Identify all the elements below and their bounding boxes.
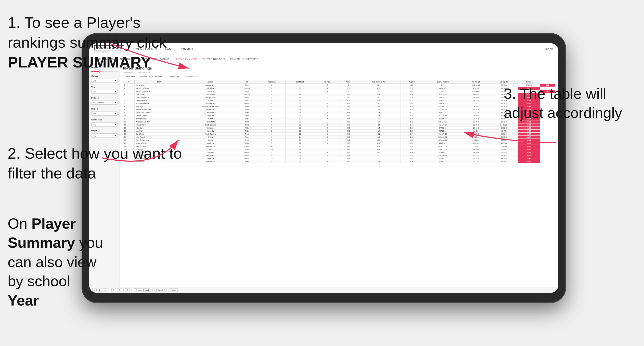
sub-nav-player-h2h-heatmap[interactable]: PLAYER H2H HEATMAP xyxy=(230,57,258,61)
col-vs-top25: Vs Top 25 xyxy=(462,80,490,84)
step3-text: 3. The table will adjust accordingly xyxy=(504,85,622,121)
toolbar-sep2 xyxy=(132,288,132,292)
instruction-right: 3. The table will adjust accordingly xyxy=(496,79,644,128)
toolbar-view-btn[interactable]: 👁 View: Original xyxy=(134,288,150,292)
toolbar-link-btn[interactable]: ⊕ ∽ xyxy=(117,288,124,292)
col-conf-rank: Conf Rank xyxy=(286,80,315,84)
watch-chevron: ▾ xyxy=(164,289,165,291)
share-icon: ↑ xyxy=(170,289,171,291)
col-yr: Yr xyxy=(236,80,258,84)
watch-icon: 👁 xyxy=(156,289,158,291)
toolbar-share-btn[interactable]: ↑ Share xyxy=(169,288,178,292)
bottom-toolbar: ◀ ▶ ⌂ ⊞ ⊕ ∽ ⏱ 👁 View: Original 👁 xyxy=(89,287,558,293)
toolbar-sep3 xyxy=(152,288,152,292)
col-reg-rank: Reg Rank xyxy=(258,80,286,84)
eye-icon: 👁 xyxy=(135,289,137,291)
sign-out-link[interactable]: | Sign out xyxy=(543,48,553,50)
col-overall-record: Overall Record xyxy=(423,80,462,84)
toolbar-clock-btn[interactable]: ⏱ xyxy=(125,288,130,292)
player-summary-bold: Player Summary xyxy=(8,215,76,251)
year-bold: Year xyxy=(8,292,39,309)
toolbar-actions: ⊞ ⊕ ∽ ⏱ xyxy=(111,288,130,292)
step2-text: 2. Select how you want to filter the dat… xyxy=(8,144,196,183)
nav-right: | Sign out xyxy=(543,48,553,50)
sub-nav-player-h2h-grid[interactable]: PLAYER H2H GRID xyxy=(203,57,225,61)
col-wins: Wins xyxy=(340,80,357,84)
col-avg-sg: Avg SG xyxy=(400,80,423,84)
col-no-rds: No. Rds. xyxy=(315,80,340,84)
step1-text: 1. To see a Player's rankings summary cl… xyxy=(8,13,196,72)
instruction-left: 1. To see a Player's rankings summary cl… xyxy=(0,8,204,188)
col-adj-score: Adj. Score to Par xyxy=(357,80,400,84)
step1-bold: PLAYER SUMMARY xyxy=(8,54,151,71)
toolbar-watch-btn[interactable]: 👁 Watch ▾ xyxy=(154,288,166,292)
instruction-bottom-left: On Player Summary you can also view by s… xyxy=(0,209,112,315)
